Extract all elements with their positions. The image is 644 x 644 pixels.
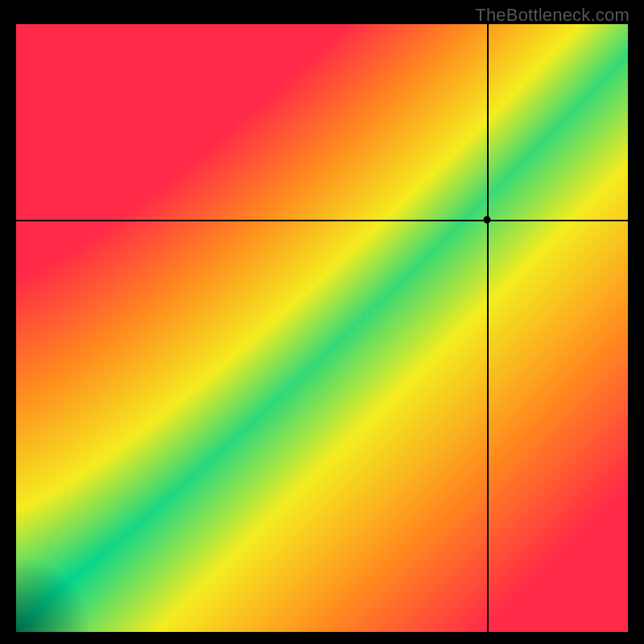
watermark-text: TheBottleneck.com [475,5,630,26]
chart-frame: TheBottleneck.com [0,0,644,644]
marker-dot [484,217,491,224]
crosshair-horizontal [16,220,628,221]
heatmap-canvas [16,24,628,632]
crosshair-vertical [487,24,489,632]
plot-area [16,24,628,632]
